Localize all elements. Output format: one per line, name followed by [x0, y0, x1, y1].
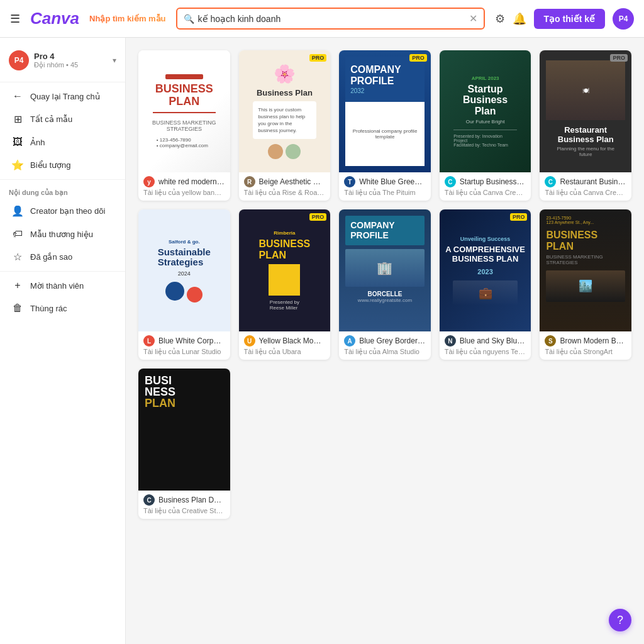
template-author: L Blue White Corporate ... — [143, 335, 225, 347]
topbar: ☰ Canva Nhập tìm kiếm mẫu 🔍 ✕ ⚙ 🔔 Tạo th… — [0, 0, 644, 38]
sidebar-item-label: Creator bạn theo dõi — [30, 206, 105, 216]
create-design-button[interactable]: Tạo thiết kế — [534, 9, 605, 29]
template-card[interactable]: BUSI NESS PLAN C Business Plan Dark... T… — [138, 369, 230, 519]
user-info: Pro 4 Đội nhóm • 45 — [34, 52, 108, 69]
author-avatar: T — [344, 176, 355, 187]
sidebar-item-label: Đã gắn sao — [30, 252, 72, 262]
template-info: A Blue Grey Bordered St... Tài liệu của … — [339, 331, 431, 360]
template-card[interactable]: 23-415-7590 123 Anywhere St., Any... BUS… — [540, 209, 631, 360]
sidebar-item-label: Thùng rác — [30, 304, 67, 313]
template-source: Tài liệu của Alma Studio — [344, 348, 426, 356]
photo-icon: 🖼 — [11, 136, 24, 148]
author-avatar: C — [445, 176, 456, 187]
template-name: white red modern busi... — [158, 177, 225, 186]
pro-badge: PRO — [610, 54, 628, 62]
menu-icon[interactable]: ☰ — [10, 12, 20, 26]
author-avatar: C — [545, 176, 556, 187]
template-source: Tài liệu của yellow bananas — [143, 189, 225, 197]
author-avatar: y — [143, 176, 155, 187]
search-input[interactable] — [198, 14, 469, 24]
chevron-down-icon: ▾ — [113, 56, 116, 65]
sidebar-item-all-templates[interactable]: ⊞ Tất cả mẫu — [3, 108, 123, 131]
sidebar-item-icons[interactable]: ⭐ Biểu tượng — [3, 153, 123, 177]
pro-badge: PRO — [510, 213, 528, 221]
pro-badge: PRO — [409, 54, 427, 62]
help-button[interactable]: ? — [609, 609, 631, 631]
template-source: Tài liệu của Ubara — [244, 348, 326, 356]
template-info: L Blue White Corporate ... Tài liệu của … — [138, 331, 230, 360]
tag-icon: 🏷 — [11, 228, 24, 240]
template-card[interactable]: PRO Unveiling Success A COMPREHENSIVEBUS… — [440, 209, 531, 360]
layout: P4 Pro 4 Đội nhóm • 45 ▾ ← Quay lại Tran… — [0, 38, 644, 644]
template-name: Beige Aesthetic Moder... — [259, 177, 326, 186]
template-card[interactable]: PRO 🌸 Business Plan This is your custom … — [239, 50, 331, 201]
author-avatar: S — [545, 335, 556, 347]
sidebar-divider-3 — [0, 271, 125, 272]
template-source: Tài liệu của Lunar Studio — [143, 348, 225, 356]
template-card[interactable]: APRIL 2023 StartupBusinessPlan Our Futur… — [440, 50, 531, 201]
sidebar-item-photos[interactable]: 🖼 Ảnh — [3, 131, 123, 153]
template-name: Yellow Black Modern B... — [259, 336, 326, 345]
template-card[interactable]: BUSINESSPLAN BUSINESS MARKETINGSTRATEGIE… — [138, 50, 230, 201]
template-author: T White Blue Green Mod... — [344, 176, 426, 187]
template-card[interactable]: PRO COMPANYPROFILE 2032 Professional com… — [339, 50, 431, 201]
template-card[interactable]: PRO 🍽️ RestaurantBusiness Plan Planning … — [540, 50, 631, 201]
template-info: C Startup Business Plan ... Tài liệu của… — [440, 172, 531, 201]
template-thumbnail: Salford & go. SustainableStrategies 2024 — [138, 209, 230, 331]
sidebar-item-back-home[interactable]: ← Quay lại Trang chủ — [3, 85, 123, 108]
user-section[interactable]: P4 Pro 4 Đội nhóm • 45 ▾ — [0, 45, 125, 79]
sidebar-item-invite-member[interactable]: + Mời thành viên — [3, 274, 123, 297]
topbar-right: ⚙ 🔔 Tạo thiết kế P4 — [495, 8, 634, 30]
template-name: Blue White Corporate ... — [158, 336, 225, 345]
star-outline-icon: ☆ — [11, 251, 24, 263]
sidebar-item-label: Tất cả mẫu — [30, 114, 72, 124]
template-info: U Yellow Black Modern B... Tài liệu của … — [239, 331, 331, 360]
template-info: T White Blue Green Mod... Tài liệu của T… — [339, 172, 431, 201]
template-thumbnail: APRIL 2023 StartupBusinessPlan Our Futur… — [440, 50, 531, 172]
template-thumbnail: PRO 🌸 Business Plan This is your custom … — [239, 50, 331, 172]
template-author: N Blue and Sky Blue Geo... — [445, 335, 526, 347]
sidebar-item-label: Mời thành viên — [30, 281, 84, 291]
template-thumbnail: PRO 🍽️ RestaurantBusiness Plan Planning … — [540, 50, 631, 172]
user-name: Pro 4 — [34, 52, 108, 61]
pro-badge: PRO — [309, 213, 327, 221]
notifications-icon[interactable]: 🔔 — [513, 12, 526, 26]
template-info: y white red modern busi... Tài liệu của … — [138, 172, 230, 201]
template-thumbnail: COMPANYPROFILE 🏢 BORCELLE www.reallygrea… — [339, 209, 431, 331]
user-sub: Đội nhóm • 45 — [34, 61, 108, 69]
template-info: R Beige Aesthetic Moder... Tài liệu của … — [239, 172, 331, 201]
sidebar-divider-2 — [0, 179, 125, 180]
template-card[interactable]: PRO Rimberia BUSINESSPLAN Presented byRe… — [239, 209, 331, 360]
template-author: C Startup Business Plan ... — [445, 176, 526, 187]
sidebar-item-creator-follow[interactable]: 👤 Creator bạn theo dõi — [3, 199, 123, 223]
template-name: Restaurant Business P... — [560, 177, 626, 186]
sidebar-item-label: Mẫu thương hiệu — [30, 230, 93, 239]
template-card[interactable]: Salford & go. SustainableStrategies 2024… — [138, 209, 230, 360]
person-icon: 👤 — [11, 205, 24, 217]
template-author: C Business Plan Dark... — [143, 494, 225, 506]
sidebar-item-brand-templates[interactable]: 🏷 Mẫu thương hiệu — [3, 223, 123, 245]
template-name: Brown Modern Busine... — [560, 336, 626, 345]
template-author: R Beige Aesthetic Moder... — [244, 176, 326, 187]
settings-icon[interactable]: ⚙ — [495, 12, 505, 26]
sidebar-item-trash[interactable]: 🗑 Thùng rác — [3, 297, 123, 319]
author-avatar: A — [344, 335, 355, 347]
back-icon: ← — [11, 91, 24, 102]
author-avatar: C — [143, 494, 155, 506]
template-name: Business Plan Dark... — [158, 496, 225, 504]
canva-logo[interactable]: Canva — [30, 9, 79, 28]
template-name: White Blue Green Mod... — [359, 177, 426, 186]
sidebar-item-starred[interactable]: ☆ Đã gắn sao — [3, 245, 123, 269]
author-avatar: U — [244, 335, 255, 347]
sidebar: P4 Pro 4 Đội nhóm • 45 ▾ ← Quay lại Tran… — [0, 38, 126, 644]
sidebar-item-label: Ảnh — [30, 138, 45, 147]
author-avatar: N — [445, 335, 456, 347]
grid-icon: ⊞ — [11, 113, 24, 125]
template-info: C Business Plan Dark... Tài liệu của Cre… — [138, 491, 230, 519]
search-clear-icon[interactable]: ✕ — [469, 13, 477, 25]
sidebar-section-label: Nội dung của bạn — [0, 182, 125, 199]
main-content: BUSINESSPLAN BUSINESS MARKETINGSTRATEGIE… — [126, 38, 644, 644]
template-card[interactable]: COMPANYPROFILE 🏢 BORCELLE www.reallygrea… — [339, 209, 431, 360]
avatar[interactable]: P4 — [613, 8, 634, 30]
template-author: C Restaurant Business P... — [545, 176, 626, 187]
